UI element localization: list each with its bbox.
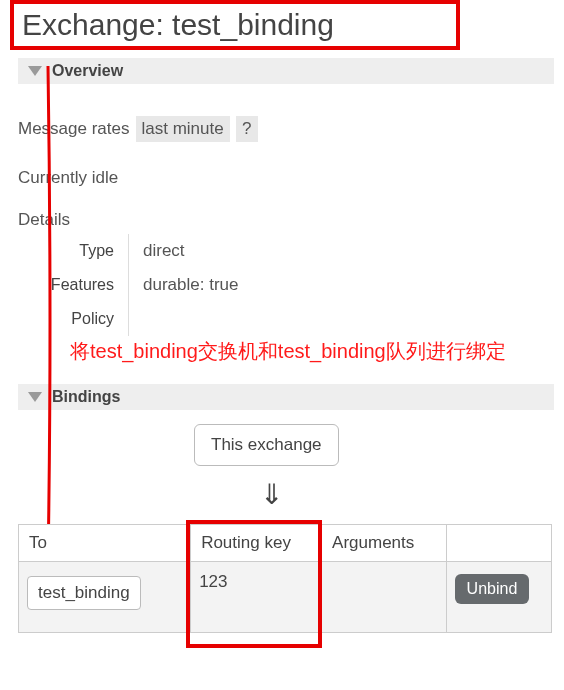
message-rates-label: Message rates — [18, 119, 130, 139]
binding-destination-link[interactable]: test_binding — [27, 576, 141, 610]
down-arrow-icon: ⇓ — [260, 478, 283, 511]
detail-policy-label: Policy — [22, 302, 129, 336]
details-table: Type direct Features durable: true Polic… — [22, 234, 238, 336]
table-header-row: To Routing key Arguments — [19, 525, 552, 562]
this-exchange-box: This exchange — [194, 424, 339, 466]
overview-section-header[interactable]: Overview — [18, 58, 554, 84]
idle-status: Currently idle — [18, 168, 118, 188]
annotation-text: 将test_binding交换机和test_binding队列进行绑定 — [70, 338, 540, 364]
table-row: test_binding 123 Unbind — [19, 562, 552, 633]
page-title-box: Exchange: test_binding — [10, 0, 460, 50]
overview-label: Overview — [52, 62, 123, 80]
detail-features-value: durable: true — [129, 268, 238, 302]
bindings-table: To Routing key Arguments test_binding 12… — [18, 524, 552, 633]
detail-type-value: direct — [129, 234, 185, 268]
chevron-down-icon — [28, 66, 42, 76]
col-to: To — [19, 525, 191, 562]
bindings-section-header[interactable]: Bindings — [18, 384, 554, 410]
col-routing-key: Routing key — [191, 525, 322, 562]
binding-arguments — [322, 562, 447, 633]
svg-marker-0 — [28, 66, 42, 76]
help-icon[interactable]: ? — [236, 116, 258, 142]
details-heading: Details — [18, 210, 70, 230]
col-arguments: Arguments — [322, 525, 447, 562]
detail-features-label: Features — [22, 268, 129, 302]
detail-type-label: Type — [22, 234, 129, 268]
message-rates-row: Message rates last minute ? — [18, 116, 258, 142]
col-actions — [446, 525, 551, 562]
svg-marker-1 — [28, 392, 42, 402]
binding-routing-key: 123 — [191, 562, 322, 633]
message-rates-range-select[interactable]: last minute — [136, 116, 230, 142]
chevron-down-icon — [28, 392, 42, 402]
unbind-button[interactable]: Unbind — [455, 574, 530, 604]
bindings-label: Bindings — [52, 388, 120, 406]
page-title: Exchange: test_binding — [22, 8, 334, 42]
